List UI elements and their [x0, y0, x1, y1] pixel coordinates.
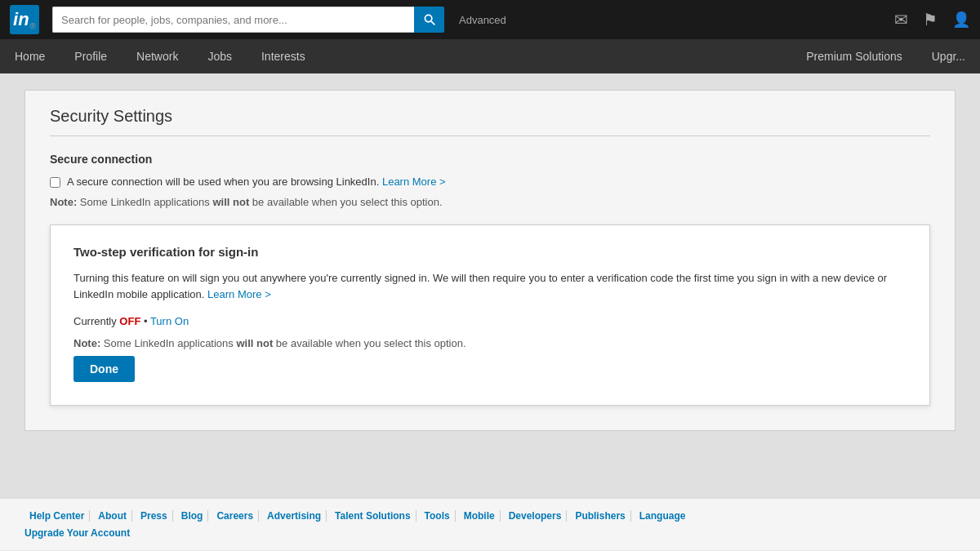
top-icons: ✉ ⚑ 👤	[894, 10, 970, 29]
footer-careers[interactable]: Careers	[212, 510, 259, 522]
linkedin-logo[interactable]: in ®	[10, 5, 39, 34]
verification-card: Two-step verification for sign-in Turnin…	[50, 224, 930, 406]
nav-home[interactable]: Home	[0, 39, 60, 73]
nav-network[interactable]: Network	[122, 39, 193, 73]
page-title: Security Settings	[50, 107, 930, 126]
secure-connection-title: Secure connection	[50, 153, 930, 166]
advanced-link[interactable]: Advanced	[459, 14, 506, 26]
nav-right: Premium Solutions Upgr...	[791, 39, 980, 73]
footer-advertising[interactable]: Advertising	[262, 510, 327, 522]
turn-on-link[interactable]: Turn On	[150, 315, 189, 327]
secure-connection-section: Secure connection A secure connection wi…	[50, 153, 930, 208]
footer-help[interactable]: Help Center	[24, 510, 90, 522]
footer-developers[interactable]: Developers	[504, 510, 568, 522]
footer-talent[interactable]: Talent Solutions	[330, 510, 416, 522]
nav-interests[interactable]: Interests	[247, 39, 320, 73]
verification-desc: Turning this feature on will sign you ou…	[74, 270, 906, 302]
add-connections-icon[interactable]: 👤	[952, 11, 970, 29]
logo-dot: ®	[30, 22, 36, 31]
search-input[interactable]	[52, 7, 414, 33]
two-step-learn-more-link[interactable]: Learn More >	[207, 288, 271, 300]
status-off-label: OFF	[119, 315, 140, 327]
footer: Help Center About Press Blog Careers Adv…	[0, 498, 980, 550]
two-step-note: Note: Some LinkedIn applications will no…	[74, 337, 906, 349]
notifications-icon[interactable]: ⚑	[923, 10, 938, 29]
nav-jobs[interactable]: Jobs	[193, 39, 247, 73]
footer-mobile[interactable]: Mobile	[459, 510, 501, 522]
footer-about[interactable]: About	[93, 510, 132, 522]
messages-icon[interactable]: ✉	[894, 10, 908, 29]
logo-text: in	[13, 11, 29, 29]
footer-press[interactable]: Press	[136, 510, 173, 522]
main-content: Security Settings Secure connection A se…	[0, 73, 980, 498]
secure-connection-note: Note: Some LinkedIn applications will no…	[50, 196, 930, 208]
search-container	[52, 7, 444, 33]
nav-premium[interactable]: Premium Solutions	[791, 39, 917, 73]
done-button[interactable]: Done	[74, 356, 135, 382]
nav-profile[interactable]: Profile	[60, 39, 122, 73]
verification-title: Two-step verification for sign-in	[74, 245, 906, 259]
status-row: Currently OFF • Turn On	[74, 315, 906, 327]
footer-language[interactable]: Language	[635, 510, 691, 522]
search-button[interactable]	[414, 7, 444, 33]
footer-blog[interactable]: Blog	[176, 510, 209, 522]
nav-bar: Home Profile Network Jobs Interests Prem…	[0, 39, 980, 73]
footer-links: Help Center About Press Blog Careers Adv…	[24, 510, 956, 522]
secure-connection-label: A secure connection will be used when yo…	[67, 176, 446, 188]
footer-publishers[interactable]: Publishers	[570, 510, 630, 522]
top-bar: in ® Advanced ✉ ⚑ 👤	[0, 0, 980, 39]
search-icon	[424, 14, 435, 25]
secure-learn-more-link[interactable]: Learn More >	[382, 176, 446, 188]
settings-panel: Security Settings Secure connection A se…	[24, 90, 956, 431]
footer-upgrade-link[interactable]: Upgrade Your Account	[24, 527, 130, 539]
secure-connection-checkbox[interactable]	[50, 177, 60, 188]
svg-point-0	[425, 15, 431, 21]
svg-line-1	[431, 21, 434, 24]
nav-upgrade[interactable]: Upgr...	[917, 39, 980, 73]
footer-tools[interactable]: Tools	[420, 510, 456, 522]
footer-upgrade-row: Upgrade Your Account	[24, 527, 956, 539]
secure-connection-row: A secure connection will be used when yo…	[50, 176, 930, 188]
title-divider	[50, 136, 930, 136]
